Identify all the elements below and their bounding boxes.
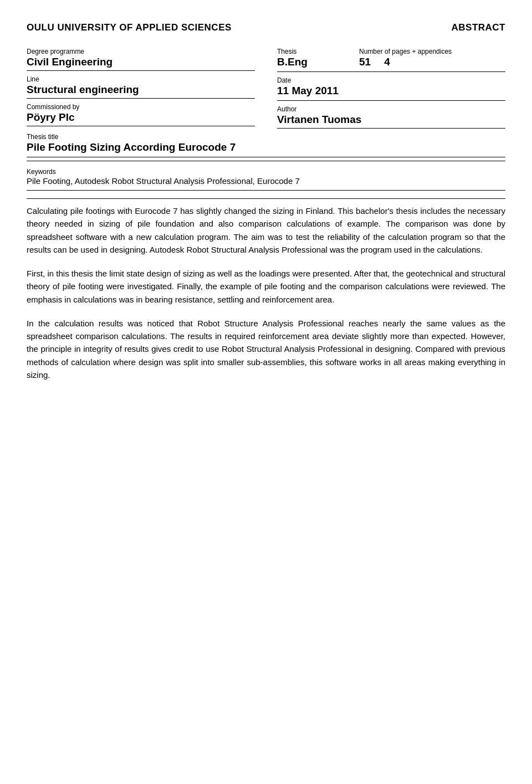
line-divider <box>27 98 255 99</box>
keywords-divider <box>27 190 505 191</box>
commissioned-field: Commissioned by Pöyry Plc <box>27 103 255 126</box>
keywords-label: Keywords <box>27 168 505 176</box>
line-field: Line Structural engineering <box>27 75 255 99</box>
thesis-title-label: Thesis title <box>27 133 505 141</box>
line-label: Line <box>27 75 255 83</box>
date-label: Date <box>277 76 505 84</box>
abstract-title: ABSTRACT <box>452 22 506 33</box>
date-divider <box>277 100 505 101</box>
date-field: Date 11 May 2011 <box>277 72 505 101</box>
abstract-body: Calculating pile footings with Eurocode … <box>27 198 505 381</box>
author-divider <box>277 128 505 129</box>
commissioned-label: Commissioned by <box>27 103 255 111</box>
degree-programme-label: Degree programme <box>27 48 255 55</box>
thesis-title-value: Pile Footing Sizing According Eurocode 7 <box>27 141 505 153</box>
thesis-number-field: Thesis B.Eng Number of pages + appendice… <box>277 43 505 72</box>
number-label: Number of pages + appendices <box>359 48 505 55</box>
degree-programme-field: Degree programme Civil Engineering <box>27 48 255 71</box>
abstract-paragraph-2: First, in this thesis the limit state de… <box>27 267 505 306</box>
author-value: Virtanen Tuomas <box>277 114 505 126</box>
thesis-title-section: Thesis title Pile Footing Sizing Accordi… <box>27 133 505 157</box>
author-field: Author Virtanen Tuomas <box>277 105 505 129</box>
degree-divider <box>27 70 255 71</box>
appendices-value: 4 <box>384 56 390 68</box>
info-section: Degree programme Civil Engineering Line … <box>27 43 505 129</box>
line-value: Structural engineering <box>27 84 255 96</box>
thesis-value: B.Eng <box>277 56 350 68</box>
keywords-section: Keywords Pile Footing, Autodesk Robot St… <box>27 161 505 191</box>
author-label: Author <box>277 105 505 113</box>
abstract-paragraph-3: In the calculation results was noticed t… <box>27 317 505 381</box>
page: OULU UNIVERSITY OF APPLIED SCIENCES ABST… <box>0 0 532 784</box>
number-value: 51 <box>359 56 371 68</box>
info-left: Degree programme Civil Engineering Line … <box>27 43 266 129</box>
keywords-value: Pile Footing, Autodesk Robot Structural … <box>27 176 505 186</box>
university-title: OULU UNIVERSITY OF APPLIED SCIENCES <box>27 22 232 33</box>
header: OULU UNIVERSITY OF APPLIED SCIENCES ABST… <box>27 22 505 33</box>
info-right: Thesis B.Eng Number of pages + appendice… <box>266 43 505 129</box>
degree-programme-value: Civil Engineering <box>27 56 255 68</box>
commissioned-divider <box>27 126 255 126</box>
commissioned-value: Pöyry Plc <box>27 111 255 124</box>
thesis-title-divider <box>27 157 505 157</box>
date-value: 11 May 2011 <box>277 85 505 97</box>
thesis-label: Thesis <box>277 48 350 55</box>
abstract-paragraph-1: Calculating pile footings with Eurocode … <box>27 204 505 256</box>
